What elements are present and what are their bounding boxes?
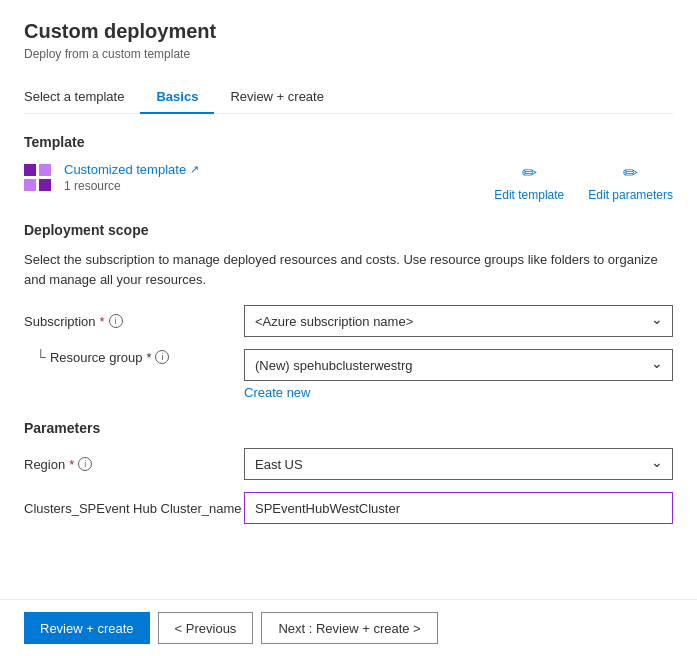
template-section-title: Template (24, 134, 673, 150)
deployment-scope-title: Deployment scope (24, 222, 673, 238)
cluster-name-control (244, 492, 673, 524)
edit-template-button[interactable]: ✏ Edit template (494, 162, 564, 202)
pencil-icon-parameters: ✏ (623, 162, 638, 184)
previous-button[interactable]: < Previous (158, 612, 254, 644)
cluster-name-row: Clusters_SPEvent Hub Cluster_name (24, 492, 673, 524)
region-select-wrapper: East US (244, 448, 673, 480)
resource-group-row: Resource group * i (New) spehubclusterwe… (24, 349, 673, 381)
subscription-select-wrapper: <Azure subscription name> (244, 305, 673, 337)
template-link[interactable]: Customized template ↗ (64, 162, 199, 177)
scope-description: Select the subscription to manage deploy… (24, 250, 673, 289)
cluster-name-label: Clusters_SPEvent Hub Cluster_name (24, 501, 244, 516)
template-icon (24, 164, 52, 192)
tab-bar: Select a template Basics Review + create (24, 81, 673, 114)
page-subtitle: Deploy from a custom template (24, 47, 673, 61)
resource-group-select[interactable]: (New) spehubclusterwestrg (244, 349, 673, 381)
resource-group-select-wrapper: (New) spehubclusterwestrg (244, 349, 673, 381)
tab-basics[interactable]: Basics (140, 81, 214, 114)
subscription-select[interactable]: <Azure subscription name> (244, 305, 673, 337)
resource-group-label: Resource group * i (24, 349, 244, 365)
resource-group-info-icon[interactable]: i (155, 350, 169, 364)
parameters-title: Parameters (24, 420, 673, 436)
region-row: Region * i East US (24, 448, 673, 480)
subscription-row: Subscription * i <Azure subscription nam… (24, 305, 673, 337)
review-create-button[interactable]: Review + create (24, 612, 150, 644)
subscription-required: * (100, 314, 105, 329)
template-resources: 1 resource (64, 179, 199, 193)
page-title: Custom deployment (24, 20, 673, 43)
deployment-scope-section: Deployment scope Select the subscription… (24, 222, 673, 400)
region-info-icon[interactable]: i (78, 457, 92, 471)
resource-group-required: * (146, 350, 151, 365)
template-section: Template Customized template ↗ 1 resourc… (24, 134, 673, 202)
external-link-icon: ↗ (190, 163, 199, 176)
tab-select-template[interactable]: Select a template (24, 81, 140, 114)
create-new-link[interactable]: Create new (244, 385, 673, 400)
subscription-control: <Azure subscription name> (244, 305, 673, 337)
subscription-label: Subscription * i (24, 314, 244, 329)
cluster-name-input[interactable] (244, 492, 673, 524)
next-button[interactable]: Next : Review + create > (261, 612, 437, 644)
template-actions: ✏ Edit template ✏ Edit parameters (494, 162, 673, 202)
parameters-section: Parameters Region * i East US Clusters_S… (24, 420, 673, 524)
edit-parameters-button[interactable]: ✏ Edit parameters (588, 162, 673, 202)
region-control: East US (244, 448, 673, 480)
subscription-info-icon[interactable]: i (109, 314, 123, 328)
region-label: Region * i (24, 457, 244, 472)
resource-group-control: (New) spehubclusterwestrg (244, 349, 673, 381)
tab-review-create[interactable]: Review + create (214, 81, 340, 114)
pencil-icon-template: ✏ (522, 162, 537, 184)
footer: Review + create < Previous Next : Review… (0, 599, 697, 656)
region-required: * (69, 457, 74, 472)
region-select[interactable]: East US (244, 448, 673, 480)
